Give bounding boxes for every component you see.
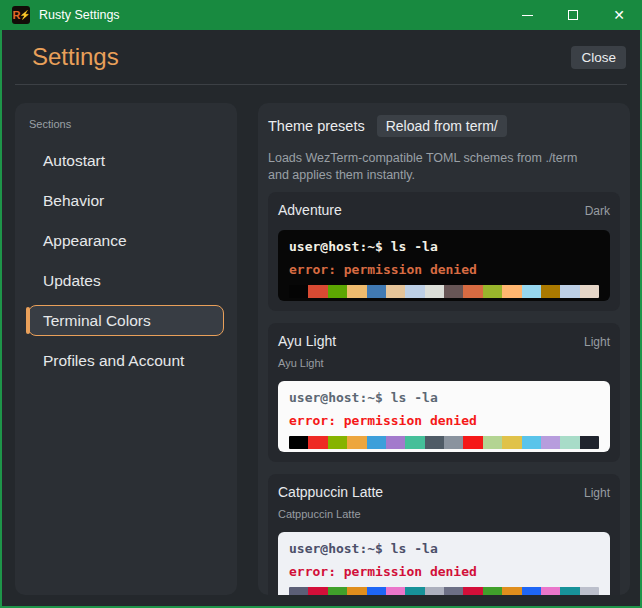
palette-swatch xyxy=(560,436,579,449)
palette-swatch xyxy=(405,285,424,298)
theme-subtitle: Ayu Light xyxy=(278,357,610,369)
palette-swatch xyxy=(328,285,347,298)
sidebar-item-label: Updates xyxy=(43,272,101,290)
palette-swatch xyxy=(386,587,405,595)
theme-subtitle: Catppuccin Latte xyxy=(278,508,610,520)
theme-name: Catppuccin Latte xyxy=(278,484,383,500)
theme-name: Ayu Light xyxy=(278,333,336,349)
palette-swatch xyxy=(367,587,386,595)
palette-swatch xyxy=(308,285,327,298)
palette-swatch xyxy=(328,436,347,449)
settings-window: R⚡ Rusty Settings ✕ Settings Close Secti… xyxy=(0,0,642,608)
theme-card-ayu-light[interactable]: Ayu Light Light Ayu Light user@host:~$ l… xyxy=(268,323,620,462)
maximize-icon xyxy=(568,10,578,20)
palette-swatch xyxy=(483,587,502,595)
palette-swatch xyxy=(405,587,424,595)
maximize-button[interactable] xyxy=(550,0,596,30)
palette-swatch xyxy=(425,587,444,595)
reload-from-term-button[interactable]: Reload from term/ xyxy=(377,115,507,137)
sidebar-item-profiles-account[interactable]: Profiles and Account xyxy=(28,345,224,376)
page-title: Settings xyxy=(32,43,119,71)
palette-swatch xyxy=(463,587,482,595)
sections-label: Sections xyxy=(29,118,224,130)
sidebar-item-label: Autostart xyxy=(43,152,105,170)
minimize-icon xyxy=(522,15,533,16)
app-icon: R⚡ xyxy=(12,6,30,24)
sidebar-item-autostart[interactable]: Autostart xyxy=(28,145,224,176)
palette-swatch xyxy=(522,436,541,449)
palette-swatch xyxy=(483,285,502,298)
palette-strip xyxy=(289,587,599,595)
variant-badge: Light xyxy=(584,335,610,349)
panel-header: Theme presets Reload from term/ xyxy=(268,115,620,137)
palette-swatch xyxy=(444,587,463,595)
palette-swatch xyxy=(502,436,521,449)
error-text: error: permission denied xyxy=(289,262,599,277)
sidebar-item-behavior[interactable]: Behavior xyxy=(28,185,224,216)
error-text: error: permission denied xyxy=(289,413,599,428)
theme-card-catppuccin-latte[interactable]: Catppuccin Latte Light Catppuccin Latte … xyxy=(268,474,620,595)
palette-swatch xyxy=(289,285,308,298)
sidebar-item-appearance[interactable]: Appearance xyxy=(28,225,224,256)
palette-swatch xyxy=(367,436,386,449)
theme-card-list: Adventure Dark user@host:~$ ls -la error… xyxy=(268,192,620,595)
palette-swatch xyxy=(289,436,308,449)
palette-strip xyxy=(289,436,599,449)
theme-name: Adventure xyxy=(278,202,342,218)
palette-swatch xyxy=(541,587,560,595)
close-window-button[interactable]: ✕ xyxy=(596,0,642,30)
content-area: Sections Autostart Behavior Appearance U… xyxy=(2,85,640,606)
palette-swatch xyxy=(289,587,308,595)
minimize-button[interactable] xyxy=(504,0,550,30)
palette-swatch xyxy=(560,285,579,298)
sidebar-item-label: Profiles and Account xyxy=(43,352,184,370)
palette-swatch xyxy=(502,285,521,298)
palette-swatch xyxy=(347,436,366,449)
palette-swatch xyxy=(483,436,502,449)
variant-badge: Light xyxy=(584,486,610,500)
palette-swatch xyxy=(347,285,366,298)
bolt-icon: ⚡ xyxy=(19,10,29,20)
terminal-preview: user@host:~$ ls -la error: permission de… xyxy=(278,381,610,452)
palette-swatch xyxy=(367,285,386,298)
window-title: Rusty Settings xyxy=(39,8,120,22)
palette-swatch xyxy=(463,285,482,298)
palette-swatch xyxy=(522,285,541,298)
palette-swatch xyxy=(580,285,599,298)
page-header: Settings Close xyxy=(2,30,640,84)
panel-description: Loads WezTerm-compatible TOML schemes fr… xyxy=(268,150,598,184)
palette-swatch xyxy=(405,436,424,449)
sidebar-item-label: Behavior xyxy=(43,192,104,210)
terminal-preview: user@host:~$ ls -la error: permission de… xyxy=(278,532,610,595)
palette-swatch xyxy=(560,587,579,595)
window-controls: ✕ xyxy=(504,0,642,30)
card-header: Catppuccin Latte Light xyxy=(278,484,610,500)
theme-presets-panel: Theme presets Reload from term/ Loads We… xyxy=(258,103,630,595)
prompt-text: user@host:~$ ls -la xyxy=(289,390,599,405)
palette-swatch xyxy=(541,436,560,449)
palette-swatch xyxy=(308,587,327,595)
close-icon: ✕ xyxy=(613,8,625,22)
palette-strip xyxy=(289,285,599,298)
palette-swatch xyxy=(580,587,599,595)
title-bar: R⚡ Rusty Settings ✕ xyxy=(0,0,642,30)
sidebar-item-updates[interactable]: Updates xyxy=(28,265,224,296)
theme-card-adventure[interactable]: Adventure Dark user@host:~$ ls -la error… xyxy=(268,192,620,311)
close-button[interactable]: Close xyxy=(571,46,626,69)
palette-swatch xyxy=(502,587,521,595)
palette-swatch xyxy=(386,285,405,298)
sidebar-item-terminal-colors[interactable]: Terminal Colors xyxy=(28,305,224,336)
error-text: error: permission denied xyxy=(289,564,599,579)
sidebar-item-label: Appearance xyxy=(43,232,127,250)
card-header: Ayu Light Light xyxy=(278,333,610,349)
palette-swatch xyxy=(522,587,541,595)
palette-swatch xyxy=(425,285,444,298)
card-header: Adventure Dark xyxy=(278,202,610,218)
terminal-preview: user@host:~$ ls -la error: permission de… xyxy=(278,230,610,301)
palette-swatch xyxy=(444,436,463,449)
sections-sidebar: Sections Autostart Behavior Appearance U… xyxy=(15,103,237,595)
prompt-text: user@host:~$ ls -la xyxy=(289,541,599,556)
palette-swatch xyxy=(347,587,366,595)
palette-swatch xyxy=(308,436,327,449)
palette-swatch xyxy=(425,436,444,449)
